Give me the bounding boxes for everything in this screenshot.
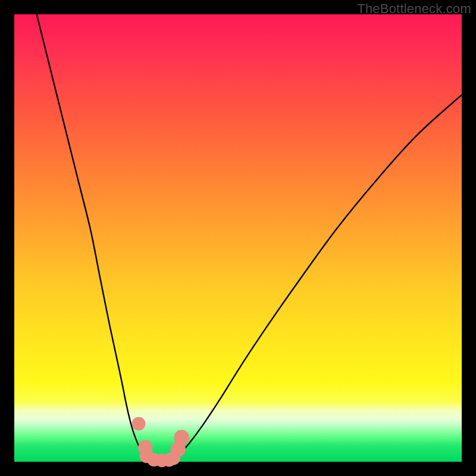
bottleneck-curve-path: [37, 14, 462, 461]
chart-svg: [14, 14, 462, 462]
curve-marker: [132, 417, 146, 431]
curve-markers: [132, 417, 189, 468]
bottleneck-curve: [37, 14, 462, 461]
curve-marker: [174, 430, 189, 446]
